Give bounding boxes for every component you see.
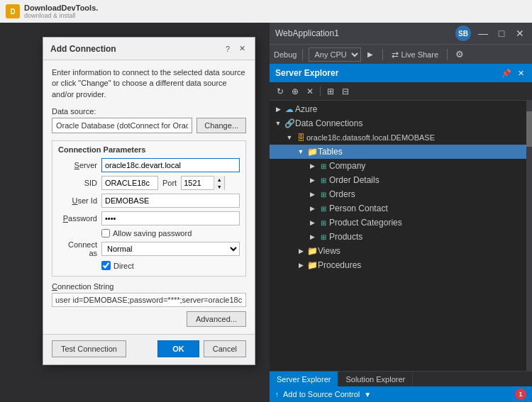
sid-input[interactable]	[101, 176, 158, 190]
oracle-db-icon: 🗄	[295, 132, 306, 143]
connection-string-section: Connection String	[52, 282, 246, 307]
procedures-label: Procedures	[318, 260, 361, 270]
tree-item-person-contact[interactable]: ▶ ⊞ Person Contact	[270, 201, 532, 216]
userid-label: User Id	[58, 196, 97, 205]
datasource-input[interactable]	[52, 118, 192, 133]
scrollbar-thumb[interactable]	[526, 111, 532, 147]
add-connection-dialog: Add Connection ? ✕ Enter information to …	[43, 37, 255, 365]
server-label: Server	[58, 161, 97, 169]
tree-view[interactable]: ▶ ☁ Azure ▼ 🔗 Data Connections ▼ 🗄 oracl…	[270, 101, 532, 371]
tree-item-oracle-db[interactable]: ▼ 🗄 oracle18c.datasoft.local.DEMOBASE	[270, 130, 532, 145]
dialog-close-btn[interactable]: ✕	[236, 43, 248, 55]
tree-item-product-categories[interactable]: ▶ ⊞ Product Categories	[270, 216, 532, 230]
data-connections-icon: 🔗	[284, 118, 295, 129]
advanced-button[interactable]: Advanced...	[187, 311, 246, 327]
test-connection-button[interactable]: Test Connection	[52, 340, 126, 357]
person-contact-label: Person Contact	[329, 203, 388, 213]
sid-label: SID	[58, 179, 97, 187]
orders-label: Orders	[329, 189, 355, 199]
dialog-question-btn[interactable]: ?	[222, 43, 233, 55]
toolbar-extra-btn[interactable]: ⚙	[453, 48, 466, 61]
allow-saving-label: Allow saving password	[113, 229, 192, 238]
expand-btn[interactable]: ⊞	[324, 85, 337, 98]
dialog-content: Enter information to connect to the sele…	[43, 60, 255, 334]
allow-saving-checkbox[interactable]	[101, 229, 110, 238]
tree-item-data-connections[interactable]: ▼ 🔗 Data Connections	[270, 116, 532, 130]
tree-item-procedures[interactable]: ▶ 📁 Procedures	[270, 258, 532, 272]
ide-title-bar: WebApplication1 SB — □ ✕	[270, 23, 532, 44]
tree-item-products[interactable]: ▶ ⊞ Products	[270, 230, 532, 244]
tree-arrow-products: ▶	[306, 231, 318, 242]
tree-arrow-order-details: ▶	[306, 174, 318, 186]
orders-icon: ⊞	[318, 189, 329, 200]
tree-item-tables[interactable]: ▼ 📁 Tables	[270, 145, 532, 159]
server-row: Server	[58, 158, 240, 172]
company-icon: ⊞	[318, 160, 329, 172]
cancel-button[interactable]: Cancel	[204, 340, 246, 357]
tree-item-azure[interactable]: ▶ ☁ Azure	[270, 102, 532, 116]
ok-button[interactable]: OK	[157, 340, 199, 357]
tree-arrow-azure: ▶	[272, 104, 284, 115]
collapse-btn[interactable]: ⊟	[339, 85, 352, 98]
sid-row: SID Port ▲ ▼	[58, 176, 240, 190]
source-control-up-icon: ↑	[275, 391, 279, 398]
password-input[interactable]	[101, 211, 240, 225]
port-spin-down[interactable]: ▼	[214, 183, 224, 190]
source-control-bar[interactable]: ↑ Add to Source Control ▼ 1	[270, 386, 532, 402]
ide-panel: WebApplication1 SB — □ ✕ Debug Any CPU ▶…	[270, 23, 532, 402]
port-input[interactable]	[182, 177, 214, 189]
tree-arrow-orders: ▶	[306, 189, 318, 200]
dialog-title: Add Connection	[50, 44, 116, 54]
data-connections-label: Data Connections	[295, 118, 362, 128]
person-contact-icon: ⊞	[318, 203, 329, 214]
views-label: Views	[318, 246, 340, 256]
ide-minimize-btn[interactable]: —	[477, 27, 489, 40]
tree-item-order-details[interactable]: ▶ ⊞ Order Details	[270, 173, 532, 187]
order-details-icon: ⊞	[318, 174, 329, 186]
server-input[interactable]	[101, 158, 240, 172]
port-label: Port	[162, 179, 177, 187]
order-details-label: Order Details	[329, 175, 379, 185]
products-label: Products	[329, 232, 362, 242]
tree-item-views[interactable]: ▶ 📁 Views	[270, 244, 532, 258]
dialog-title-bar: Add Connection ? ✕	[43, 38, 255, 60]
direct-checkbox[interactable]	[101, 261, 111, 270]
port-spin-up[interactable]: ▲	[214, 176, 224, 183]
advanced-row: Advanced...	[52, 311, 246, 327]
add-connection-btn[interactable]: ⊕	[289, 85, 301, 98]
tab-server-explorer[interactable]: Server Explorer	[270, 372, 338, 387]
ide-avatar: SB	[455, 26, 471, 41]
group-box-title: Connection Parameters	[58, 145, 240, 154]
connect-as-select[interactable]: Normal SYSDBA SYSOPER	[101, 242, 240, 256]
refresh-btn[interactable]: ↻	[274, 85, 287, 98]
dialog-bottom-buttons: Test Connection OK Cancel	[43, 334, 255, 364]
toolbar-icon-1[interactable]: ▶	[364, 48, 377, 61]
connection-string-input[interactable]	[52, 293, 246, 307]
userid-input[interactable]	[101, 194, 240, 208]
tree-item-company[interactable]: ▶ ⊞ Company	[270, 159, 532, 173]
oracle-db-label: oracle18c.datasoft.local.DEMOBASE	[306, 133, 435, 142]
live-share-button[interactable]: ⇄ Live Share	[389, 50, 441, 60]
views-icon: 📁	[306, 245, 318, 257]
top-bar: D DownloadDevTools. download & install	[0, 0, 532, 23]
server-explorer: Server Explorer 📌 ✕ ↻ ⊕ ✕ ⊞ ⊟ ▶	[270, 64, 532, 402]
products-icon: ⊞	[318, 231, 329, 242]
tree-arrow-company: ▶	[306, 160, 318, 172]
ide-close-btn[interactable]: ✕	[514, 27, 526, 40]
tree-item-orders[interactable]: ▶ ⊞ Orders	[270, 187, 532, 201]
logo-icon: D	[6, 4, 20, 18]
scrollbar-track	[526, 101, 532, 371]
ide-maximize-btn[interactable]: □	[495, 27, 508, 40]
azure-icon: ☁	[284, 104, 295, 115]
change-button[interactable]: Change...	[196, 118, 246, 133]
cpu-dropdown[interactable]: Any CPU	[309, 48, 361, 62]
explorer-pin-btn[interactable]: 📌	[501, 67, 512, 79]
connect-as-label: Connect as	[58, 240, 97, 257]
tab-solution-explorer[interactable]: Solution Explorer	[338, 372, 413, 387]
delete-btn[interactable]: ✕	[304, 85, 316, 98]
explorer-close-btn[interactable]: ✕	[515, 67, 526, 79]
allow-saving-row: Allow saving password	[58, 229, 240, 238]
source-control-badge: 1	[515, 389, 526, 400]
dialog-title-buttons: ? ✕	[222, 43, 248, 55]
direct-row: Direct	[58, 261, 240, 270]
